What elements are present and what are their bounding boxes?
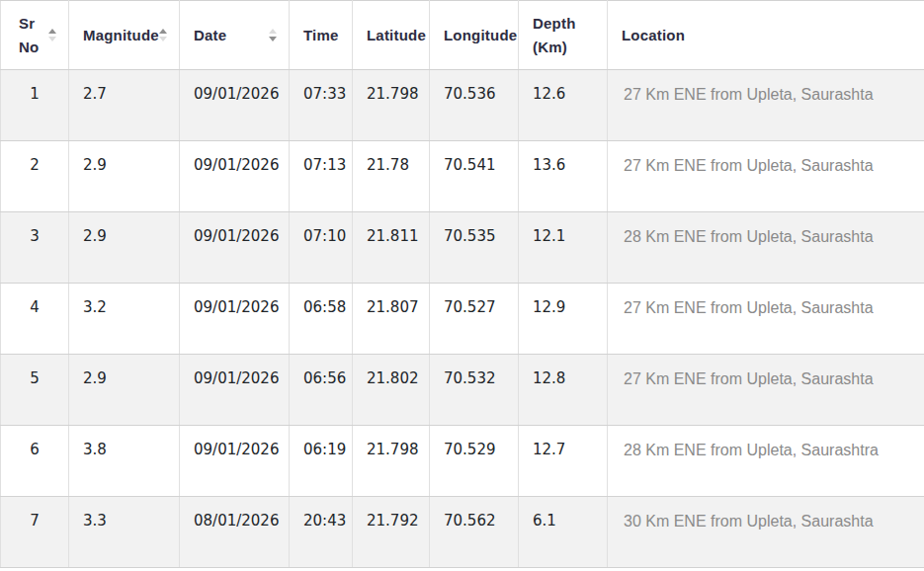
cell-magnitude: 3.8 (69, 426, 180, 497)
cell-time: 06:58 (290, 284, 353, 355)
table-row: 12.709/01/202607:3321.79870.53612.627 Km… (1, 70, 924, 141)
cell-time: 20:43 (290, 497, 353, 568)
sort-asc-icon[interactable] (155, 29, 167, 41)
cell-location: 27 Km ENE from Upleta, Saurashta (608, 141, 924, 212)
cell-depth: 12.1 (519, 212, 608, 284)
header-row: Sr NoMagnitudeDateTimeLatitudeLongitudeD… (1, 1, 924, 70)
cell-date: 09/01/2026 (180, 355, 290, 426)
cell-location: 28 Km ENE from Upleta, Saurashtra (608, 426, 924, 497)
cell-depth: 12.7 (519, 426, 608, 497)
column-header-content: Time (303, 24, 340, 46)
column-header-magnitude[interactable]: Magnitude (69, 1, 180, 70)
cell-sr_no: 6 (1, 426, 69, 497)
sort-up-arrow (48, 29, 56, 34)
cell-location: 27 Km ENE from Upleta, Saurashta (608, 70, 924, 141)
cell-longitude: 70.529 (430, 426, 519, 497)
column-header-sr_no[interactable]: Sr No (1, 1, 69, 70)
cell-time: 07:13 (290, 141, 353, 212)
cell-date: 08/01/2026 (180, 497, 290, 568)
column-label-longitude: Longitude (444, 24, 506, 46)
cell-location: 30 Km ENE from Upleta, Saurashta (608, 497, 924, 568)
sort-asc-icon[interactable] (44, 29, 56, 41)
cell-longitude: 70.532 (430, 355, 519, 426)
column-header-content: Latitude (367, 24, 417, 46)
table-row: 22.909/01/202607:1321.7870.54113.627 Km … (1, 141, 924, 212)
cell-latitude: 21.792 (353, 497, 430, 568)
cell-sr_no: 5 (1, 355, 69, 426)
column-header-depth: Depth (Km) (519, 1, 608, 70)
cell-magnitude: 2.7 (69, 70, 180, 141)
column-header-content: Sr No (19, 12, 56, 58)
cell-depth: 13.6 (519, 141, 608, 212)
sort-up-arrow (269, 29, 277, 34)
cell-depth: 12.8 (519, 355, 608, 426)
cell-sr_no: 7 (1, 497, 69, 568)
cell-latitude: 21.802 (353, 355, 430, 426)
column-header-latitude: Latitude (353, 1, 430, 70)
cell-date: 09/01/2026 (180, 284, 290, 355)
column-label-time: Time (303, 24, 339, 46)
cell-sr_no: 1 (1, 70, 69, 141)
cell-date: 09/01/2026 (180, 70, 290, 141)
cell-sr_no: 4 (1, 284, 69, 355)
cell-time: 07:10 (290, 212, 353, 284)
cell-location: 28 Km ENE from Upleta, Saurashta (608, 212, 924, 284)
cell-longitude: 70.541 (430, 141, 519, 212)
cell-magnitude: 2.9 (69, 355, 180, 426)
sort-down-arrow (48, 37, 56, 41)
cell-magnitude: 2.9 (69, 141, 180, 212)
table-body: 12.709/01/202607:3321.79870.53612.627 Km… (1, 70, 924, 568)
column-label-sr_no: Sr No (19, 12, 44, 58)
cell-longitude: 70.562 (430, 497, 519, 568)
cell-depth: 12.9 (519, 284, 608, 355)
cell-location: 27 Km ENE from Upleta, Saurashta (608, 355, 924, 426)
column-header-content: Depth (Km) (533, 12, 595, 58)
column-header-content: Magnitude (83, 24, 167, 46)
cell-sr_no: 3 (1, 212, 69, 284)
sort-up-arrow (159, 29, 167, 34)
cell-magnitude: 3.3 (69, 497, 180, 568)
cell-magnitude: 3.2 (69, 284, 180, 355)
cell-time: 07:33 (290, 70, 353, 141)
cell-latitude: 21.78 (353, 141, 430, 212)
cell-location: 27 Km ENE from Upleta, Saurashta (608, 284, 924, 355)
table-row: 63.809/01/202606:1921.79870.52912.728 Km… (1, 426, 924, 497)
cell-date: 09/01/2026 (180, 212, 290, 284)
column-label-date: Date (194, 24, 226, 46)
cell-time: 06:19 (290, 426, 353, 497)
cell-longitude: 70.527 (430, 284, 519, 355)
column-header-content: Date (194, 24, 277, 46)
cell-depth: 6.1 (519, 497, 608, 568)
cell-latitude: 21.798 (353, 70, 430, 141)
cell-depth: 12.6 (519, 70, 608, 141)
sort-down-arrow (159, 37, 167, 41)
cell-latitude: 21.798 (353, 426, 430, 497)
column-label-latitude: Latitude (367, 24, 417, 46)
sort-desc-icon[interactable] (265, 29, 277, 41)
cell-date: 09/01/2026 (180, 426, 290, 497)
column-header-location: Location (608, 1, 924, 70)
table-row: 73.308/01/202620:4321.79270.5626.130 Km … (1, 497, 924, 568)
cell-longitude: 70.536 (430, 70, 519, 141)
earthquake-table: Sr NoMagnitudeDateTimeLatitudeLongitudeD… (0, 0, 924, 568)
table-row: 32.909/01/202607:1021.81170.53512.128 Km… (1, 212, 924, 284)
column-header-content: Longitude (444, 24, 506, 46)
cell-longitude: 70.535 (430, 212, 519, 284)
cell-time: 06:56 (290, 355, 353, 426)
column-header-date[interactable]: Date (180, 1, 290, 70)
cell-latitude: 21.811 (353, 212, 430, 284)
sort-down-arrow (269, 37, 277, 41)
cell-latitude: 21.807 (353, 284, 430, 355)
earthquake-table-container: Sr NoMagnitudeDateTimeLatitudeLongitudeD… (0, 0, 924, 571)
cell-sr_no: 2 (1, 141, 69, 212)
column-label-depth: Depth (Km) (533, 12, 595, 58)
column-label-location: Location (622, 24, 685, 46)
column-header-time: Time (290, 1, 353, 70)
table-row: 43.209/01/202606:5821.80770.52712.927 Km… (1, 284, 924, 355)
cell-magnitude: 2.9 (69, 212, 180, 284)
table-header: Sr NoMagnitudeDateTimeLatitudeLongitudeD… (1, 1, 924, 70)
column-header-longitude: Longitude (430, 1, 519, 70)
column-label-magnitude: Magnitude (83, 24, 155, 46)
column-header-content: Location (622, 24, 912, 46)
table-row: 52.909/01/202606:5621.80270.53212.827 Km… (1, 355, 924, 426)
